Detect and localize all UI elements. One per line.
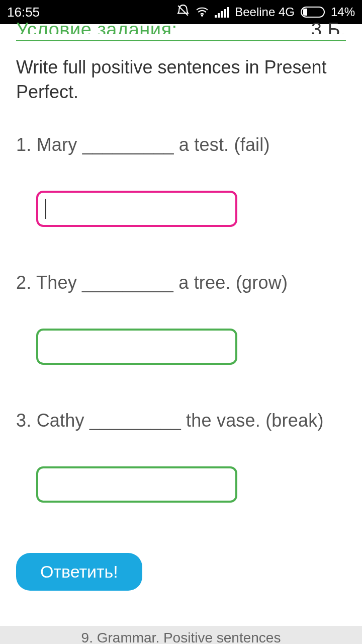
header-title: Условие задания: xyxy=(16,20,177,34)
text-cursor xyxy=(45,199,46,219)
answer-row-2 xyxy=(16,329,346,365)
mute-icon xyxy=(176,4,190,21)
status-battery: 14% xyxy=(331,5,355,19)
divider xyxy=(16,40,346,41)
answer-input-3[interactable] xyxy=(36,466,237,503)
question-1: 1. Mary _________ a test. (fail) xyxy=(16,134,346,155)
status-carrier: Beeline 4G xyxy=(235,5,295,19)
answer-row-1 xyxy=(16,191,346,227)
main-content: Условие задания: 3 Б. Write full positiv… xyxy=(0,20,362,591)
status-time: 16:55 xyxy=(7,5,40,20)
answer-row-3 xyxy=(16,466,346,503)
battery-icon xyxy=(301,7,325,18)
question-number: 2. xyxy=(16,272,31,293)
question-number: 1. xyxy=(16,134,31,155)
wifi-icon xyxy=(196,5,209,20)
question-3: 3. Cathy _________ the vase. (break) xyxy=(16,410,346,431)
question-text: They _________ a tree. (grow) xyxy=(36,272,288,293)
answer-input-1[interactable] xyxy=(36,191,237,227)
question-text: Mary _________ a test. (fail) xyxy=(37,134,270,155)
header-points: 3 Б. xyxy=(311,20,346,34)
instruction-text: Write full positive sentences in Present… xyxy=(16,55,346,104)
signal-icon xyxy=(215,7,229,18)
answer-input-2[interactable] xyxy=(36,329,237,365)
svg-point-1 xyxy=(202,15,203,16)
question-number: 3. xyxy=(16,410,31,431)
question-text: Cathy _________ the vase. (break) xyxy=(37,410,324,431)
section-header-partial: Условие задания: 3 Б. xyxy=(16,20,346,34)
question-2: 2. They _________ a tree. (grow) xyxy=(16,272,346,293)
footer-bar: 9. Grammar. Positive sentences xyxy=(0,626,362,644)
submit-button[interactable]: Ответить! xyxy=(16,553,142,591)
